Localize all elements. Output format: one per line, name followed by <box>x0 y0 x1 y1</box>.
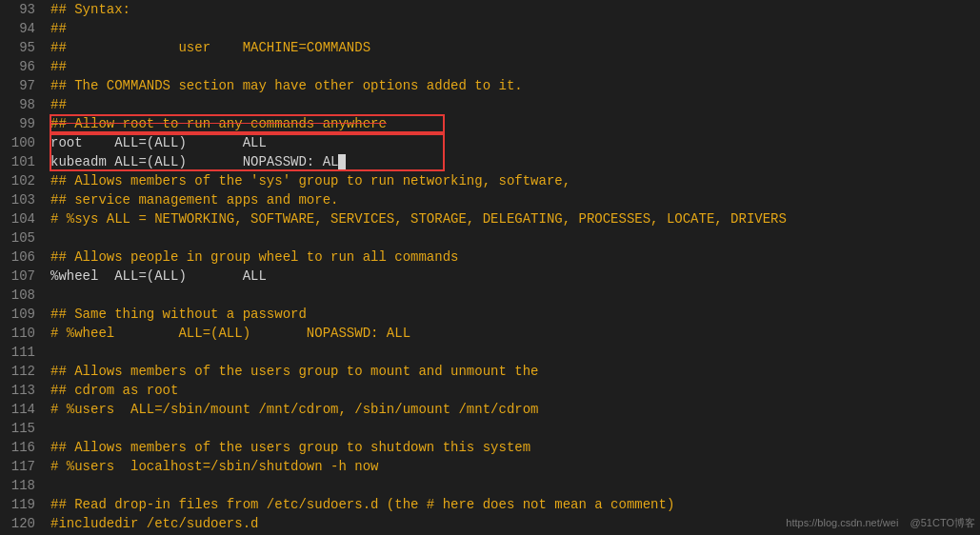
line-content <box>43 419 980 438</box>
code-line-103: 103## service management apps and more. <box>0 190 980 209</box>
line-content: kubeadm ALL=(ALL) NOPASSWD: AL <box>43 152 980 171</box>
line-number: 109 <box>0 305 43 324</box>
line-number: 105 <box>0 228 43 248</box>
line-number: 108 <box>0 286 43 305</box>
line-number: 106 <box>0 248 43 267</box>
watermark: https://blog.csdn.net/wei @51CTO博客 <box>786 516 975 530</box>
line-content: %wheel ALL=(ALL) ALL <box>43 267 980 286</box>
line-content: ## <box>43 95 980 114</box>
line-number: 103 <box>0 190 43 209</box>
line-number: 100 <box>0 133 43 152</box>
line-content: root ALL=(ALL) ALL <box>43 133 980 152</box>
code-line-116: 116## Allows members of the users group … <box>0 438 980 457</box>
line-number: 99 <box>0 114 43 133</box>
line-number: 115 <box>0 419 43 438</box>
line-content: ## cdrom as root <box>43 381 980 400</box>
line-content: ## Syntax: <box>43 0 980 19</box>
line-content <box>43 228 980 248</box>
line-content: ## <box>43 57 980 76</box>
code-line-105: 105 <box>0 228 980 248</box>
code-line-119: 119## Read drop-in files from /etc/sudoe… <box>0 495 980 514</box>
line-number: 113 <box>0 381 43 400</box>
text-cursor <box>338 154 346 169</box>
line-number: 94 <box>0 19 43 38</box>
code-line-97: 97## The COMMANDS section may have other… <box>0 76 980 95</box>
line-content: ## The COMMANDS section may have other o… <box>43 76 980 95</box>
code-line-93: 93## Syntax: <box>0 0 980 19</box>
line-content: # %sys ALL = NETWORKING, SOFTWARE, SERVI… <box>43 209 980 228</box>
code-content: 93## Syntax:94##95## user MACHINE=COMMAN… <box>0 0 980 533</box>
code-editor: 93## Syntax:94##95## user MACHINE=COMMAN… <box>0 0 980 535</box>
code-line-106: 106## Allows people in group wheel to ru… <box>0 248 980 267</box>
line-content: ## Allow root to run any commands anywhe… <box>43 114 980 133</box>
code-line-115: 115 <box>0 419 980 438</box>
code-line-98: 98## <box>0 95 980 114</box>
code-line-117: 117# %users localhost=/sbin/shutdown -h … <box>0 457 980 476</box>
line-content <box>43 286 980 305</box>
line-content: # %users localhost=/sbin/shutdown -h now <box>43 457 980 476</box>
line-content <box>43 343 980 362</box>
code-line-100: 100root ALL=(ALL) ALL <box>0 133 980 152</box>
line-number: 112 <box>0 362 43 381</box>
line-content: ## Allows people in group wheel to run a… <box>43 248 980 267</box>
line-number: 101 <box>0 152 43 171</box>
line-number: 93 <box>0 0 43 19</box>
line-number: 96 <box>0 57 43 76</box>
line-number: 120 <box>0 514 43 533</box>
line-number: 118 <box>0 476 43 495</box>
line-number: 98 <box>0 95 43 114</box>
line-content: ## service management apps and more. <box>43 190 980 209</box>
line-content: ## Allows members of the 'sys' group to … <box>43 171 980 190</box>
line-number: 95 <box>0 38 43 57</box>
code-line-107: 107%wheel ALL=(ALL) ALL <box>0 267 980 286</box>
code-line-99: 99## Allow root to run any commands anyw… <box>0 114 980 133</box>
code-line-118: 118 <box>0 476 980 495</box>
line-number: 117 <box>0 457 43 476</box>
code-line-109: 109## Same thing without a password <box>0 305 980 324</box>
line-number: 111 <box>0 343 43 362</box>
line-content: ## Read drop-in files from /etc/sudoers.… <box>43 495 980 514</box>
code-line-101: 101kubeadm ALL=(ALL) NOPASSWD: AL <box>0 152 980 171</box>
line-content: ## Allows members of the users group to … <box>43 438 980 457</box>
code-line-114: 114# %users ALL=/sbin/mount /mnt/cdrom, … <box>0 400 980 419</box>
line-content: ## <box>43 19 980 38</box>
line-number: 97 <box>0 76 43 95</box>
code-line-110: 110# %wheel ALL=(ALL) NOPASSWD: ALL <box>0 324 980 343</box>
line-content: ## Same thing without a password <box>43 305 980 324</box>
line-number: 107 <box>0 267 43 286</box>
code-line-102: 102## Allows members of the 'sys' group … <box>0 171 980 190</box>
code-line-113: 113## cdrom as root <box>0 381 980 400</box>
line-content: # %users ALL=/sbin/mount /mnt/cdrom, /sb… <box>43 400 980 419</box>
line-number: 116 <box>0 438 43 457</box>
line-content: ## user MACHINE=COMMANDS <box>43 38 980 57</box>
code-line-96: 96## <box>0 57 980 76</box>
line-number: 114 <box>0 400 43 419</box>
code-line-94: 94## <box>0 19 980 38</box>
code-line-112: 112## Allows members of the users group … <box>0 362 980 381</box>
code-line-108: 108 <box>0 286 980 305</box>
code-line-104: 104# %sys ALL = NETWORKING, SOFTWARE, SE… <box>0 209 980 228</box>
line-content: ## Allows members of the users group to … <box>43 362 980 381</box>
line-number: 110 <box>0 324 43 343</box>
line-number: 104 <box>0 209 43 228</box>
line-content <box>43 476 980 495</box>
line-number: 102 <box>0 171 43 190</box>
code-line-111: 111 <box>0 343 980 362</box>
code-line-95: 95## user MACHINE=COMMANDS <box>0 38 980 57</box>
line-content: # %wheel ALL=(ALL) NOPASSWD: ALL <box>43 324 980 343</box>
line-number: 119 <box>0 495 43 514</box>
